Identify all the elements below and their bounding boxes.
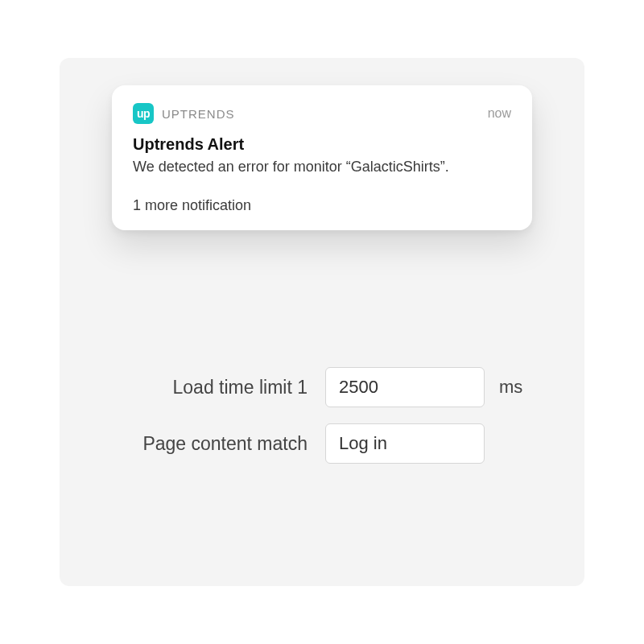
settings-panel: up UPTRENDS now Uptrends Alert We detect… bbox=[60, 58, 584, 586]
load-time-unit: ms bbox=[499, 377, 522, 398]
notification-more[interactable]: 1 more notification bbox=[133, 197, 511, 214]
monitor-settings-form: Load time limit 1 ms Page content match bbox=[60, 367, 584, 464]
content-match-row: Page content match bbox=[92, 423, 536, 464]
load-time-label: Load time limit 1 bbox=[92, 377, 325, 398]
app-name: UPTRENDS bbox=[162, 107, 235, 121]
notification-header: up UPTRENDS now bbox=[133, 103, 511, 124]
load-time-row: Load time limit 1 ms bbox=[92, 367, 536, 407]
content-match-label: Page content match bbox=[92, 433, 325, 455]
load-time-input[interactable] bbox=[325, 367, 485, 407]
notification-body: We detected an error for monitor “Galact… bbox=[133, 157, 511, 176]
notification-timestamp: now bbox=[488, 106, 511, 121]
content-match-input[interactable] bbox=[325, 423, 485, 464]
notification-card[interactable]: up UPTRENDS now Uptrends Alert We detect… bbox=[112, 85, 532, 230]
notification-title: Uptrends Alert bbox=[133, 135, 511, 154]
uptrends-app-icon: up bbox=[133, 103, 154, 124]
